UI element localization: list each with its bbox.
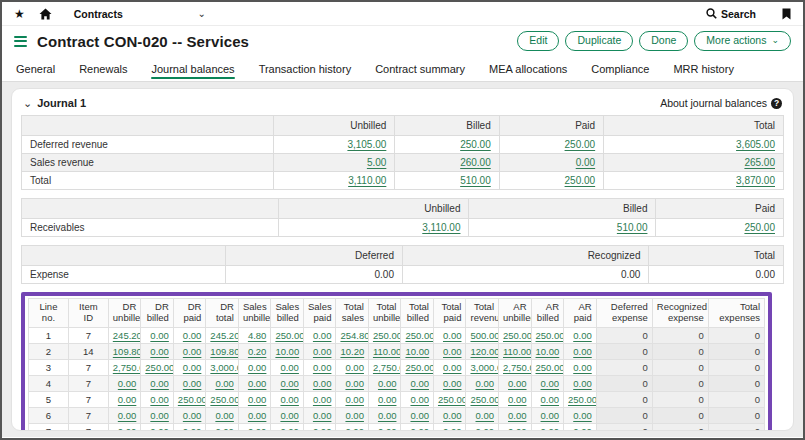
amount-link[interactable]: 0.00 [248,394,267,405]
amount-link[interactable]: 3,870.00 [736,175,775,186]
amount-link[interactable]: 0.00 [573,426,592,431]
amount-link[interactable]: 0.00 [313,330,332,341]
amount-link[interactable]: 0.00 [215,426,234,431]
amount-link[interactable]: 4.80 [248,330,267,341]
amount-link[interactable]: 0.00 [476,426,495,431]
amount-link[interactable]: 250.00 [438,394,466,405]
amount-link[interactable]: 0.00 [541,410,560,421]
amount-link[interactable]: 250.00 [536,362,564,373]
amount-link[interactable]: 0.00 [313,378,332,389]
amount-link[interactable]: 0.00 [541,394,560,405]
amount-link[interactable]: 0.00 [313,410,332,421]
amount-link[interactable]: 0.00 [150,410,169,421]
amount-link[interactable]: 120.00 [470,346,498,357]
amount-link[interactable]: 0.00 [573,410,592,421]
amount-link[interactable]: 3,110.00 [348,175,386,186]
amount-link[interactable]: 109.80 [210,346,238,357]
amount-link[interactable]: 0.00 [118,410,137,421]
amount-link[interactable]: 2,750.00 [503,362,531,373]
amount-link[interactable]: 0.00 [150,346,169,357]
tab-transaction-history[interactable]: Transaction history [259,56,352,81]
amount-link[interactable]: 0.00 [541,378,560,389]
amount-link[interactable]: 250.00 [565,175,596,186]
amount-link[interactable]: 250.00 [210,394,238,405]
tab-mrr-history[interactable]: MRR history [673,56,734,81]
amount-link[interactable]: 0.00 [248,410,267,421]
help-icon[interactable]: ? [771,98,782,109]
amount-link[interactable]: 10.00 [405,346,429,357]
amount-link[interactable]: 0.00 [443,426,462,431]
amount-link[interactable]: 10.00 [275,346,299,357]
amount-link[interactable]: 0.00 [280,378,299,389]
amount-link[interactable]: 0.00 [183,378,202,389]
amount-link[interactable]: 0.00 [541,426,560,431]
amount-link[interactable]: 0.00 [443,362,462,373]
amount-link[interactable]: 3,605.00 [736,139,775,150]
amount-link[interactable]: 0.00 [280,362,299,373]
tab-renewals[interactable]: Renewals [79,56,127,81]
record-list-icon[interactable] [14,36,27,47]
amount-link[interactable]: 0.00 [183,330,202,341]
amount-link[interactable]: 0.00 [508,426,527,431]
amount-link[interactable]: 0.00 [573,362,592,373]
amount-link[interactable]: 0.00 [118,378,137,389]
amount-link[interactable]: 250.00 [373,330,401,341]
amount-link[interactable]: 3,110.00 [422,222,460,233]
amount-link[interactable]: 10.20 [340,346,364,357]
amount-link[interactable]: 0.00 [248,362,267,373]
amount-link[interactable]: 0.00 [345,378,364,389]
amount-link[interactable]: 2,750.00 [373,362,401,373]
tab-compliance[interactable]: Compliance [591,56,649,81]
about-journal-balances-link[interactable]: About journal balances ? [660,97,782,109]
tab-journal-balances[interactable]: Journal balances [151,56,234,81]
amount-link[interactable]: 250.00 [405,362,433,373]
amount-link[interactable]: 500.00 [470,330,498,341]
amount-link[interactable]: 0.00 [150,426,169,431]
amount-link[interactable]: 250.00 [536,330,564,341]
edit-button[interactable]: Edit [517,31,559,51]
amount-link[interactable]: 0.00 [150,378,169,389]
more-actions-button[interactable]: More actions⌄ [694,31,791,51]
amount-link[interactable]: 0.00 [183,362,202,373]
amount-link[interactable]: 265.00 [744,157,775,168]
amount-link[interactable]: 245.20 [210,330,238,341]
amount-link[interactable]: 0.00 [508,410,527,421]
amount-link[interactable]: 10.00 [536,346,560,357]
amount-link[interactable]: 0.00 [476,410,495,421]
amount-link[interactable]: 0.00 [118,394,137,405]
tab-mea-allocations[interactable]: MEA allocations [489,56,567,81]
amount-link[interactable]: 0.00 [118,426,137,431]
amount-link[interactable]: 0.00 [313,426,332,431]
amount-link[interactable]: 0.00 [150,330,169,341]
amount-link[interactable]: 250.00 [178,394,206,405]
amount-link[interactable]: 0.00 [410,394,429,405]
amount-link[interactable]: 2,750.00 [113,362,141,373]
amount-link[interactable]: 260.00 [460,157,491,168]
amount-link[interactable]: 0.00 [313,346,332,357]
amount-link[interactable]: 0.00 [443,346,462,357]
amount-link[interactable]: 0.00 [150,394,169,405]
duplicate-button[interactable]: Duplicate [565,31,633,51]
favorite-star-icon[interactable]: ★ [14,7,25,21]
amount-link[interactable]: 3,000.00 [210,362,238,373]
amount-link[interactable]: 0.00 [378,378,397,389]
amount-link[interactable]: 0.00 [443,378,462,389]
amount-link[interactable]: 0.00 [576,157,595,168]
amount-link[interactable]: 0.00 [183,410,202,421]
amount-link[interactable]: 0.00 [410,378,429,389]
tab-contract-summary[interactable]: Contract summary [375,56,465,81]
amount-link[interactable]: 250.00 [145,362,173,373]
amount-link[interactable]: 0.00 [280,394,299,405]
amount-link[interactable]: 0.00 [345,410,364,421]
amount-link[interactable]: 245.20 [113,330,141,341]
amount-link[interactable]: 0.00 [508,378,527,389]
tab-general[interactable]: General [16,56,55,81]
amount-link[interactable]: 3,105.00 [347,139,386,150]
amount-link[interactable]: 0.00 [573,346,592,357]
amount-link[interactable]: 254.80 [340,330,368,341]
amount-link[interactable]: 250.00 [744,222,775,233]
amount-link[interactable]: 0.00 [345,394,364,405]
amount-link[interactable]: 0.00 [410,426,429,431]
amount-link[interactable]: 0.00 [573,330,592,341]
amount-link[interactable]: 0.00 [573,378,592,389]
